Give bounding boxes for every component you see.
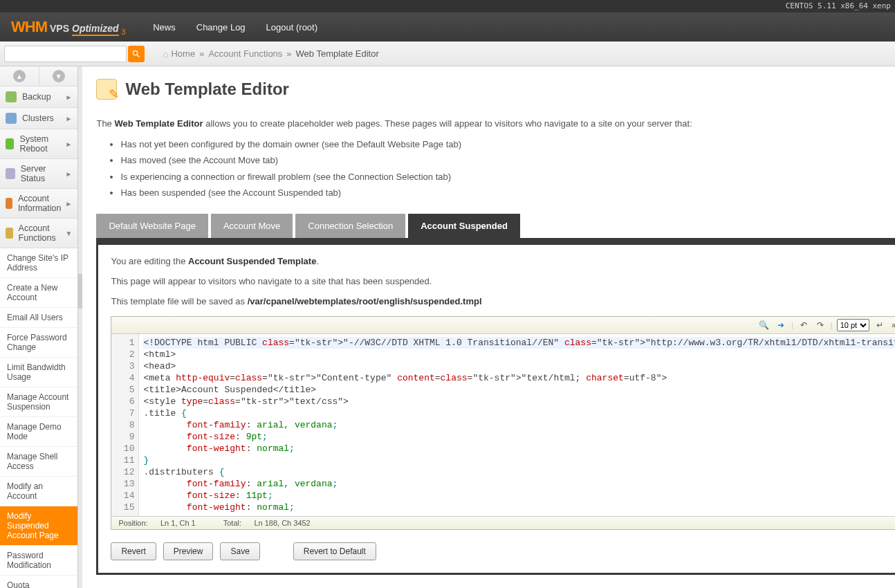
cat-label: Clusters (22, 113, 54, 123)
find-icon[interactable]: 🔍 (758, 319, 771, 331)
cat-icon (6, 198, 12, 209)
sidebar-nav-arrows: ▲ ▼ (0, 66, 77, 86)
redo-icon[interactable]: ↷ (814, 319, 827, 331)
breadcrumb: ⌂ Home » Account Functions » Web Templat… (149, 42, 895, 66)
top-nav: WHM VPS Optimized 3 News Change Log Logo… (0, 12, 895, 42)
tab-connection-selection[interactable]: Connection Selection (295, 214, 405, 238)
search-button[interactable] (128, 46, 145, 62)
intro-bullets: Has not yet been configured by the domai… (120, 138, 895, 200)
sidebar-cat-system-reboot[interactable]: System Reboot► (0, 129, 77, 159)
code-area[interactable]: <!DOCTYPE html PUBLIC class="tk-str">"-/… (139, 334, 895, 516)
tab-account-move[interactable]: Account Move (211, 214, 293, 238)
intro-bullet: Has moved (see the Account Move tab) (120, 154, 895, 167)
intro-bullet: Has not yet been configured by the domai… (120, 138, 895, 151)
sidebar-item-modify-an-account[interactable]: Modify an Account (0, 477, 77, 506)
cat-icon (6, 91, 17, 102)
nav-news[interactable]: News (153, 22, 176, 33)
sidebar-item-manage-shell-access[interactable]: Manage Shell Access (0, 447, 77, 477)
sidebar-collapse-down[interactable]: ▼ (39, 66, 78, 86)
line-gutter: 123456789101112131415 (111, 334, 139, 516)
cat-icon (6, 113, 17, 124)
sidebar-cat-account-information[interactable]: Account Information► (0, 189, 77, 219)
sidebar-item-email-all-users[interactable]: Email All Users (0, 308, 77, 328)
logo-whm: WHM (11, 18, 47, 36)
cat-label: Server Status (21, 164, 66, 183)
editor-body[interactable]: 123456789101112131415 <!DOCTYPE html PUB… (111, 334, 895, 516)
chevron-icon: ▼ (66, 230, 73, 237)
chevron-icon: ► (66, 140, 73, 148)
cat-icon (6, 168, 15, 179)
os-status-bar: CENTOS 5.11 x86_64 xenp (0, 0, 895, 12)
editing-line3: This template file will be saved as /var… (111, 296, 895, 306)
sidebar-cat-clusters[interactable]: Clusters► (0, 108, 77, 129)
tab-default-website-page[interactable]: Default Website Page (96, 214, 208, 238)
wrap-icon[interactable]: ↵ (874, 319, 886, 331)
font-size-select[interactable]: 10 pt (837, 319, 869, 331)
intro-text: The Web Template Editor allows you to cr… (96, 117, 895, 131)
sidebar-cat-server-status[interactable]: Server Status► (0, 159, 77, 189)
tab-account-suspended[interactable]: Account Suspended (408, 214, 520, 238)
chevron-down-icon: ▼ (53, 70, 65, 82)
search-input[interactable] (4, 46, 127, 62)
cat-label: Account Functions (19, 223, 66, 243)
nav-changelog[interactable]: Change Log (196, 22, 246, 33)
chevron-icon: ► (66, 200, 73, 208)
edit-area: You are editing the Account Suspended Te… (96, 245, 895, 575)
cat-label: Account Information (18, 194, 66, 213)
page-title: Web Template Editor (125, 80, 288, 99)
replace-icon[interactable]: ab| (890, 319, 895, 331)
intro-bullet: Has been suspended (see the Account Susp… (120, 186, 895, 200)
revert-default-button[interactable]: Revert to Default (293, 542, 376, 560)
code-editor: 🔍 ➜ | ↶ ↷ | 10 pt ↵ ab| ◢ ▣ | ? 12345678… (111, 316, 895, 530)
goto-icon[interactable]: ➜ (775, 319, 787, 331)
sidebar-item-modify-suspended-account-page[interactable]: Modify Suspended Account Page (0, 506, 77, 546)
os-status-text: CENTOS 5.11 x86_64 xenp (786, 1, 891, 10)
cat-icon (6, 138, 14, 149)
revert-button[interactable]: Revert (111, 542, 156, 560)
sidebar-item-manage-account-suspension[interactable]: Manage Account Suspension (0, 387, 77, 417)
editing-line1: You are editing the Account Suspended Te… (111, 256, 895, 266)
sidebar-item-password-modification[interactable]: Password Modification (0, 546, 77, 576)
sidebar-item-limit-bandwidth-usage[interactable]: Limit Bandwidth Usage (0, 358, 77, 387)
logo-vps: VPS (50, 23, 69, 34)
whm-logo[interactable]: WHM VPS Optimized 3 (11, 18, 125, 36)
chevron-up-icon: ▲ (13, 70, 26, 82)
sidebar-item-manage-demo-mode[interactable]: Manage Demo Mode (0, 417, 77, 447)
nav-logout[interactable]: Logout (root) (266, 22, 317, 33)
cat-label: Backup (22, 92, 51, 102)
logo-sub: 3 (122, 28, 126, 36)
search-icon (131, 49, 141, 59)
crumb-home[interactable]: Home (171, 48, 195, 59)
sidebar-resize-handle[interactable] (78, 274, 82, 309)
undo-icon[interactable]: ↶ (797, 319, 810, 331)
sidebar-cat-backup[interactable]: Backup► (0, 86, 77, 108)
editor-toolbar: 🔍 ➜ | ↶ ↷ | 10 pt ↵ ab| ◢ ▣ | ? (111, 317, 895, 334)
sidebar-cat-account-functions[interactable]: Account Functions▼ (0, 219, 77, 248)
main-content: Web Template Editor The Web Template Edi… (78, 66, 895, 588)
chevron-icon: ► (66, 115, 73, 122)
logo-optimized: Optimized (72, 23, 119, 36)
sub-bar: ⌂ Home » Account Functions » Web Templat… (0, 42, 895, 66)
page-icon (96, 79, 117, 100)
editing-line2: This page will appear to visitors who na… (111, 276, 895, 286)
sidebar-item-force-password-change[interactable]: Force Password Change (0, 328, 77, 358)
editor-status-bar: Position: Ln 1, Ch 1 Total: Ln 188, Ch 3… (111, 516, 895, 529)
crumb-section[interactable]: Account Functions (208, 48, 282, 59)
chevron-icon: ► (66, 93, 73, 101)
save-button[interactable]: Save (220, 542, 259, 560)
sidebar-item-create-a-new-account[interactable]: Create a New Account (0, 278, 77, 308)
template-tabs: Default Website PageAccount MoveConnecti… (96, 214, 895, 245)
crumb-current: Web Template Editor (296, 48, 379, 59)
sidebar-collapse-up[interactable]: ▲ (0, 66, 39, 86)
preview-button[interactable]: Preview (163, 542, 214, 560)
chevron-icon: ► (66, 170, 73, 178)
sidebar: ▲ ▼ Backup►Clusters►System Reboot►Server… (0, 66, 78, 588)
sidebar-item-change-site-s-ip-address[interactable]: Change Site's IP Address (0, 248, 77, 278)
intro-bullet: Is experiencing a connection or firewall… (120, 170, 895, 184)
cat-label: System Reboot (19, 134, 65, 154)
home-icon: ⌂ (163, 48, 168, 59)
sidebar-item-quota-modification[interactable]: Quota Modification (0, 576, 77, 588)
cat-icon (6, 228, 13, 239)
